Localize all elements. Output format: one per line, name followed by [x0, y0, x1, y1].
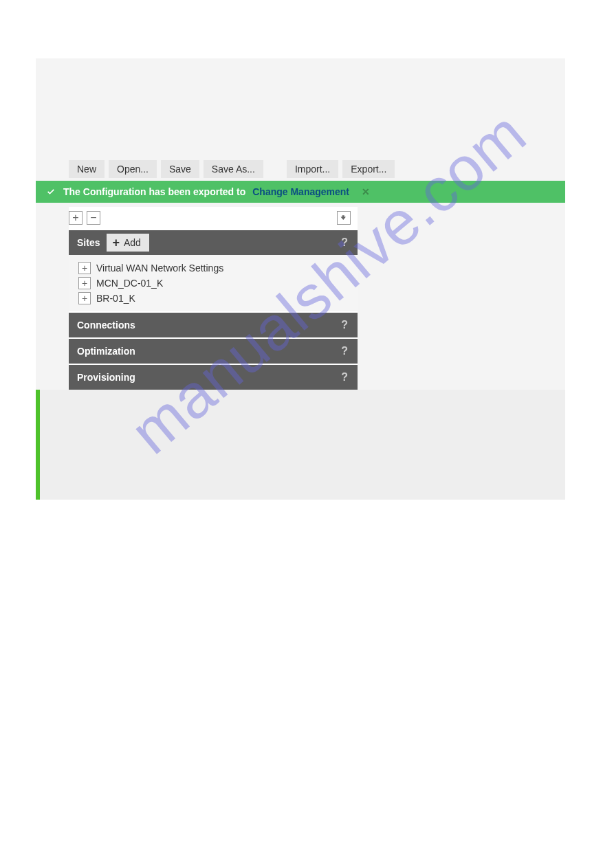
export-tree-icon[interactable]: [337, 211, 351, 225]
help-icon[interactable]: ?: [341, 236, 348, 249]
save-as-button[interactable]: Save As...: [204, 160, 263, 178]
help-icon[interactable]: ?: [341, 345, 348, 357]
provisioning-label: Provisioning: [77, 372, 135, 383]
add-site-button[interactable]: + Add: [107, 234, 149, 252]
tree-item-wan-settings[interactable]: Virtual WAN Network Settings: [78, 260, 348, 276]
check-icon: [45, 186, 56, 197]
app-area: New Open... Save Save As... Import... Ex…: [36, 58, 565, 500]
tree-controls: [69, 207, 358, 229]
tree-item-label: MCN_DC-01_K: [96, 278, 163, 289]
expand-icon[interactable]: [78, 292, 91, 304]
export-button[interactable]: Export...: [342, 160, 395, 178]
toolbar-area: New Open... Save Save As... Import... Ex…: [36, 58, 565, 178]
new-button[interactable]: New: [69, 160, 105, 178]
optimization-label: Optimization: [77, 346, 135, 357]
tree-item-br[interactable]: BR-01_K: [78, 291, 348, 306]
toolbar-separator: [267, 160, 283, 178]
help-icon[interactable]: ?: [341, 319, 348, 331]
save-button[interactable]: Save: [161, 160, 199, 178]
tree-item-mcn[interactable]: MCN_DC-01_K: [78, 276, 348, 291]
open-button[interactable]: Open...: [109, 160, 157, 178]
tree-item-label: Virtual WAN Network Settings: [96, 263, 223, 274]
sites-header[interactable]: Sites + Add ?: [69, 230, 358, 255]
expand-icon[interactable]: [78, 277, 91, 289]
import-button[interactable]: Import...: [287, 160, 338, 178]
quote-block: [36, 390, 565, 500]
optimization-header[interactable]: Optimization ?: [69, 339, 358, 364]
tree-item-label: BR-01_K: [96, 293, 135, 304]
toolbar: New Open... Save Save As... Import... Ex…: [69, 160, 565, 178]
toolbar-group-io: Import... Export...: [287, 160, 395, 178]
success-banner: The Configuration has been exported to C…: [36, 181, 565, 203]
sites-label: Sites: [77, 237, 100, 248]
close-icon[interactable]: ✕: [362, 186, 370, 197]
change-management-link[interactable]: Change Management: [252, 186, 349, 197]
connections-header[interactable]: Connections ?: [69, 313, 358, 337]
add-label: Add: [124, 237, 141, 248]
connections-label: Connections: [77, 320, 135, 331]
sites-tree: Virtual WAN Network Settings MCN_DC-01_K…: [69, 255, 358, 311]
provisioning-header[interactable]: Provisioning ?: [69, 365, 358, 390]
collapse-all-icon[interactable]: [87, 211, 100, 225]
help-icon[interactable]: ?: [341, 371, 348, 383]
banner-message: The Configuration has been exported to: [63, 186, 245, 197]
tree-panel: Sites + Add ? Virtual WAN Network Settin…: [69, 207, 358, 390]
toolbar-group-file: New Open... Save Save As...: [69, 160, 263, 178]
expand-all-icon[interactable]: [69, 211, 83, 225]
expand-icon[interactable]: [78, 262, 91, 274]
